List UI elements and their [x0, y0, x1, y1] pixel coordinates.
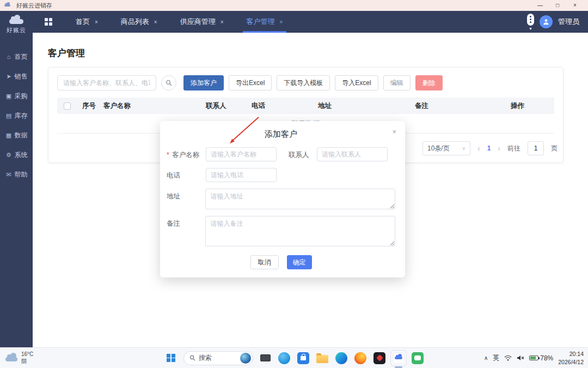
start-button[interactable] — [163, 351, 179, 366]
window-controls: — □ × — [531, 0, 584, 11]
taskbar-app-haozhangyun-icon[interactable] — [391, 351, 406, 365]
table-header: 序号 客户名称 联系人 电话 地址 备注 操作 — [57, 98, 554, 114]
more-menu[interactable]: ▼ — [527, 14, 534, 31]
tab-home[interactable]: 首页 × — [64, 11, 109, 33]
app-icon — [4, 4, 10, 7]
tab-close-icon[interactable]: × — [154, 19, 157, 25]
avatar[interactable] — [540, 15, 553, 28]
next-page-button[interactable]: › — [498, 144, 500, 153]
customer-name-label: * 客户名称 — [167, 147, 206, 160]
taskbar-app-file-explorer-icon[interactable] — [315, 351, 329, 365]
tab-bar: 首页 × 商品列表 × 供应商管理 × 客户管理 × — [64, 11, 294, 33]
page-size-select[interactable]: 10条/页 ∨ — [422, 141, 470, 155]
weather-cloud-icon — [5, 357, 17, 361]
current-page[interactable]: 1 — [487, 144, 491, 152]
data-icon: ▦ — [5, 132, 13, 139]
windows-logo-icon — [167, 354, 175, 363]
contact-input[interactable] — [317, 147, 388, 161]
tab-label: 商品列表 — [121, 17, 149, 27]
logo-cloud-icon — [9, 19, 23, 24]
page-size-value: 10条/页 — [427, 144, 450, 153]
sidebar-item-label: 库存 — [15, 111, 28, 120]
sidebar-item-label: 帮助 — [15, 170, 28, 179]
delete-button[interactable]: 删除 — [415, 75, 443, 91]
column-name: 客户名称 — [101, 101, 204, 111]
add-customer-button[interactable]: 添加客户 — [183, 75, 224, 91]
caret-down-icon: ▼ — [529, 27, 532, 31]
battery-indicator[interactable]: 78% — [529, 354, 553, 362]
maximize-button[interactable]: □ — [549, 0, 566, 11]
minimize-button[interactable]: — — [531, 0, 549, 11]
phone-input[interactable] — [206, 168, 277, 182]
column-contact: 联系人 — [204, 101, 249, 111]
sidebar-item-inventory[interactable]: ▤ 库存 — [0, 106, 33, 125]
page-title: 客户管理 — [48, 47, 588, 59]
clock-date: 2026/4/12 — [558, 358, 584, 366]
taskbar-app-firefox-icon[interactable] — [353, 351, 367, 365]
select-all-checkbox[interactable] — [64, 102, 71, 110]
home-icon: ⌂ — [5, 53, 13, 60]
tab-close-icon[interactable]: × — [280, 19, 283, 25]
export-excel-button[interactable]: 导出Excel — [229, 75, 272, 91]
tab-product-list[interactable]: 商品列表 × — [109, 11, 169, 33]
taskbar-clock[interactable]: 20:14 2026/4/12 — [558, 350, 584, 365]
window-title: 好账云进销存 — [16, 2, 52, 10]
close-button[interactable]: × — [566, 0, 584, 11]
search-icon — [189, 355, 195, 361]
taskbar-search[interactable]: 搜索 — [183, 351, 253, 365]
download-template-button[interactable]: 下载导入模板 — [277, 75, 330, 91]
taskbar: 16°C 阴 搜索 ∧ 英 — [0, 347, 588, 368]
tab-close-icon[interactable]: × — [95, 19, 98, 25]
tab-close-icon[interactable]: × — [220, 19, 224, 25]
taskbar-app-store-icon[interactable] — [296, 351, 310, 365]
taskbar-app-monitor-icon[interactable] — [258, 351, 272, 365]
customer-name-input[interactable] — [206, 147, 277, 161]
tray-expand-icon[interactable]: ∧ — [484, 355, 488, 361]
sidebar-item-system[interactable]: ⚙ 系统 — [0, 145, 33, 165]
taskbar-app-edge-icon[interactable] — [334, 351, 348, 365]
battery-icon — [529, 355, 538, 360]
edit-button[interactable]: 编辑 — [383, 75, 411, 91]
volume-muted-icon[interactable] — [517, 355, 524, 361]
input-language[interactable]: 英 — [493, 353, 499, 363]
import-excel-button[interactable]: 导入Excel — [335, 75, 378, 91]
tab-label: 首页 — [76, 17, 90, 27]
wifi-icon[interactable] — [504, 355, 512, 361]
tab-customer-management[interactable]: 客户管理 × — [235, 11, 295, 33]
add-customer-form: * 客户名称 联系人 电话 地址 备注 — [167, 147, 395, 246]
sidebar-item-sales[interactable]: ➤ 销售 — [0, 67, 33, 86]
cancel-button[interactable]: 取消 — [250, 255, 279, 269]
sidebar-item-label: 首页 — [15, 52, 28, 62]
address-textarea[interactable] — [205, 189, 395, 209]
sidebar-item-data[interactable]: ▦ 数据 — [0, 125, 33, 145]
sidebar-item-help[interactable]: ✉ 帮助 — [0, 165, 33, 184]
search-button[interactable] — [161, 75, 176, 91]
taskbar-app-green-messenger-icon[interactable] — [411, 351, 425, 365]
apps-grid-icon[interactable] — [45, 18, 52, 26]
inventory-icon: ▤ — [5, 112, 13, 119]
taskbar-app-messenger-icon[interactable] — [277, 351, 291, 365]
sidebar-item-home[interactable]: ⌂ 首页 — [0, 47, 33, 67]
weather-temp: 16°C — [21, 351, 33, 358]
confirm-button[interactable]: 确定 — [287, 255, 312, 269]
weather-condition: 阴 — [21, 358, 33, 365]
sidebar-item-purchase[interactable]: ▣ 采购 — [0, 86, 33, 106]
modal-close-icon[interactable]: × — [392, 128, 396, 136]
column-phone: 电话 — [249, 101, 316, 111]
tab-supplier-management[interactable]: 供应商管理 × — [169, 11, 235, 33]
sidebar-item-label: 销售 — [15, 72, 28, 81]
prev-page-button[interactable]: ‹ — [477, 144, 480, 153]
tab-label: 供应商管理 — [180, 17, 216, 27]
nav-user-area: ▼ 管理员 — [527, 14, 588, 31]
bing-daily-icon — [240, 353, 251, 364]
system-tray: ∧ 英 78% 20:14 2026/4/12 — [484, 348, 584, 368]
remark-textarea[interactable] — [205, 216, 395, 246]
search-input[interactable] — [57, 75, 156, 91]
sidebar: 好账云 ⌂ 首页 ➤ 销售 ▣ 采购 ▤ 库存 ▦ 数据 ⚙ 系统 ✉ 帮助 — [0, 11, 33, 347]
add-customer-modal: 添加客户 × * 客户名称 联系人 电话 地址 — [160, 121, 405, 277]
purchase-icon: ▣ — [5, 93, 13, 100]
goto-page-input[interactable] — [528, 141, 544, 155]
taskbar-weather[interactable]: 16°C 阴 — [5, 351, 33, 365]
sidebar-item-label: 数据 — [15, 131, 28, 140]
taskbar-app-darkred-icon[interactable] — [372, 351, 387, 365]
